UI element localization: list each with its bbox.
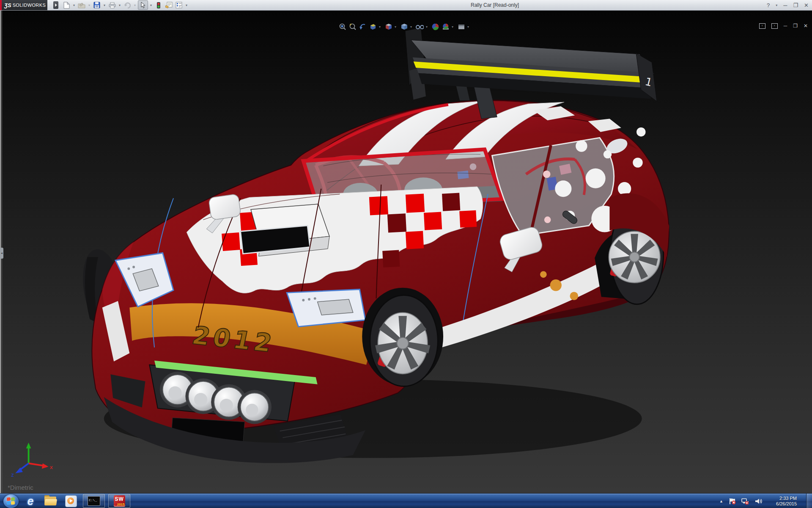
taskbar-item-media-player[interactable] [63,494,80,508]
hood-scoop [241,204,329,256]
file-properties-icon [165,2,173,8]
solidworks-icon: SW 2015 [114,495,125,507]
previous-pane-icon[interactable]: ‹ [759,23,765,29]
zoom-to-area-button[interactable] [348,23,357,31]
select-cursor-icon [140,2,146,8]
title-bar: ƷS SOLIDWORKS ▾ ▾ ▾ ▾ ▾ ▾ ▾ Rally Ca [0,0,812,11]
new-dropdown[interactable]: ▾ [72,1,76,9]
help-button[interactable]: ? [767,2,770,8]
rebuild-traffic-light-icon [156,2,161,9]
taskbar: e C:\_ SW 2015 ▲ 2:33 PM 6/26/2015 [0,493,812,508]
new-document-icon [63,2,70,9]
close-document-button[interactable]: ✕ [804,23,808,29]
open-icon [78,2,85,8]
section-view-button[interactable] [369,23,377,31]
taskbar-clock[interactable]: 2:33 PM 6/26/2015 [769,496,797,507]
display-style-button[interactable] [400,23,408,31]
restore-button[interactable]: ❐ [793,2,798,8]
apply-scene-dropdown[interactable]: ▾ [452,25,455,29]
open-dropdown[interactable]: ▾ [87,1,91,9]
options-icon [176,2,183,8]
save-button[interactable] [92,1,102,9]
orientation-triad: x z [11,443,53,478]
view-orientation-label: *Dimetric [8,484,33,491]
view-orientation-button[interactable] [384,23,392,31]
open-button[interactable] [77,1,86,9]
file-properties-button[interactable] [164,1,173,9]
close-button[interactable]: ✕ [804,2,809,8]
triad-x-label: x [49,464,53,470]
options-button[interactable] [174,1,184,9]
volume-icon[interactable] [754,497,763,505]
document-pane-controls: ‹ › ─ ❐ ✕ [759,23,808,29]
window-controls: ? ▾ ─ ❐ ✕ [767,0,809,10]
feature-manager-collapse-tab[interactable]: ◂ [0,248,3,259]
options-dropdown[interactable]: ▾ [184,1,189,9]
windows-logo-icon [7,497,15,505]
print-icon [109,2,116,8]
logo-mark: ƷS [4,2,11,8]
view-settings-dropdown[interactable]: ▾ [467,25,471,29]
network-status-icon[interactable] [741,497,749,505]
print-button[interactable] [107,1,117,9]
folder-icon [44,497,57,506]
logo-text: SOLIDWORKS [13,3,46,8]
graphics-viewport[interactable]: 2012 [0,11,812,493]
hide-show-items-button[interactable] [416,23,424,31]
triad-z-label: z [11,472,14,478]
print-dropdown[interactable]: ▾ [118,1,122,9]
right-headlight[interactable] [287,290,365,327]
standard-toolbar: ▾ ▾ ▾ ▾ ▾ ▾ ▾ [62,0,189,10]
select-dropdown[interactable]: ▾ [149,1,153,9]
restore-document-button[interactable]: ❐ [793,23,798,29]
toolbar-flyout-arrow[interactable] [53,1,58,9]
display-style-dropdown[interactable]: ▾ [410,25,414,29]
document-title: Rally Car [Read-only] [423,0,567,10]
model-scene[interactable]: 2012 [0,11,812,493]
undo-button[interactable] [123,1,132,9]
media-player-icon [65,495,77,507]
view-orientation-dropdown[interactable]: ▾ [395,25,398,29]
command-prompt-icon: C:\_ [88,496,100,506]
system-tray: ▲ 2:33 PM 6/26/2015 [719,494,812,508]
clock-date: 6/26/2015 [769,501,797,507]
select-button[interactable] [138,0,148,10]
previous-view-button[interactable] [359,23,367,31]
edit-appearance-button[interactable] [431,23,439,31]
action-center-flag-icon[interactable] [728,497,736,505]
show-desktop-button[interactable] [806,494,812,508]
zoom-to-fit-button[interactable] [338,23,346,31]
logo-red-accent [0,0,2,10]
taskbar-item-solidworks[interactable]: SW 2015 [108,494,130,508]
help-dropdown[interactable]: ▾ [776,3,777,7]
undo-dropdown[interactable]: ▾ [133,1,137,9]
save-icon [93,2,100,8]
start-button[interactable] [3,494,19,508]
next-pane-icon[interactable]: › [771,23,778,29]
taskbar-item-internet-explorer[interactable]: e [22,494,39,508]
undo-icon [124,2,131,8]
taskbar-item-command-prompt[interactable]: C:\_ [83,494,105,508]
section-view-dropdown[interactable]: ▾ [379,25,382,29]
apply-scene-button[interactable] [442,23,450,31]
view-settings-button[interactable] [457,23,465,31]
minimize-document-button[interactable]: ─ [784,23,787,29]
clock-time: 2:33 PM [769,496,797,501]
taskbar-item-windows-explorer[interactable] [42,494,59,508]
save-dropdown[interactable]: ▾ [102,1,107,9]
hide-show-items-dropdown[interactable]: ▾ [426,25,429,29]
minimize-button[interactable]: ─ [783,2,787,8]
show-hidden-icons-button[interactable]: ▲ [719,499,723,503]
rebuild-button[interactable] [154,1,163,9]
heads-up-view-toolbar: ▾ ▾ ▾ ▾ ▾ ▾ [338,22,471,31]
solidworks-logo: ƷS SOLIDWORKS [0,0,47,10]
internet-explorer-icon: e [27,495,33,508]
new-document-button[interactable] [62,1,71,9]
